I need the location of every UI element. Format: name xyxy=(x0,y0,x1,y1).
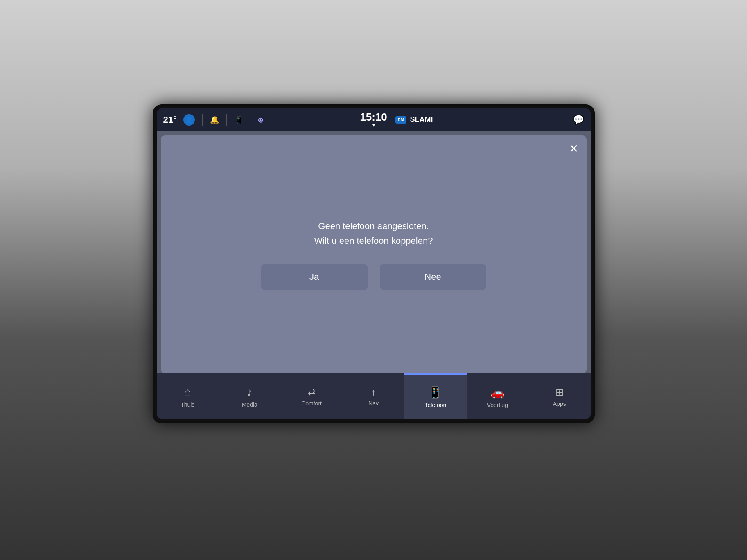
phone-icon[interactable]: 📱 xyxy=(234,115,243,124)
status-bar: 21° 👤 🔔 📱 ⊕ 15:10 ▾ FM xyxy=(157,108,591,131)
radio-station: SLAMI xyxy=(410,115,433,124)
gps-icon[interactable]: ⊕ xyxy=(258,115,263,125)
time-arrow: ▾ xyxy=(372,122,375,128)
media-icon: ♪ xyxy=(247,386,253,399)
thuis-label: Thuis xyxy=(181,401,194,408)
divider-3 xyxy=(251,114,251,126)
phone-dialog: ✕ Geen telefoon aangesloten. Wilt u een … xyxy=(161,135,587,373)
nav-icon-arrow: ↑ xyxy=(371,387,376,398)
comfort-label: Comfort xyxy=(301,400,322,407)
status-icons: 👤 🔔 📱 ⊕ xyxy=(183,114,263,126)
nav-item-nav[interactable]: ↑ Nav xyxy=(343,373,404,419)
nav-item-comfort[interactable]: ⇄ Comfort xyxy=(280,373,342,419)
nav-label-text: Nav xyxy=(368,400,379,407)
bottom-nav: ⌂ Thuis ♪ Media ⇄ Comfort ↑ Nav 📱 xyxy=(157,373,591,419)
temperature-display: 21° xyxy=(163,115,177,125)
thuis-icon: ⌂ xyxy=(184,386,191,399)
message-icon[interactable]: 💬 xyxy=(573,115,584,125)
nav-item-voertuig[interactable]: 🚗 Voertuig xyxy=(467,373,528,419)
car-surround: 21° 👤 🔔 📱 ⊕ 15:10 ▾ FM xyxy=(0,0,747,560)
divider-right xyxy=(566,114,566,126)
dialog-buttons: Ja Nee xyxy=(261,264,486,290)
confirm-button[interactable]: Ja xyxy=(261,264,368,290)
voertuig-label: Voertuig xyxy=(487,402,508,408)
status-right-icons: 💬 xyxy=(564,114,584,126)
nav-item-telefoon[interactable]: 📱 Telefoon xyxy=(404,373,466,419)
nav-item-media[interactable]: ♪ Media xyxy=(219,373,280,419)
dialog-message-line1: Geen telefoon aangesloten. xyxy=(314,219,433,233)
user-icon[interactable]: 👤 xyxy=(183,114,195,126)
dialog-message: Geen telefoon aangesloten. Wilt u een te… xyxy=(314,219,433,247)
apps-icon: ⊞ xyxy=(555,387,564,398)
radio-info: FM SLAMI xyxy=(395,115,433,124)
fm-badge: FM xyxy=(395,116,407,124)
voertuig-icon: 🚗 xyxy=(490,386,505,399)
comfort-icon: ⇄ xyxy=(308,387,315,398)
screen-bezel: 21° 👤 🔔 📱 ⊕ 15:10 ▾ FM xyxy=(153,104,595,423)
divider-1 xyxy=(202,114,203,126)
dialog-message-line2: Wilt u een telefoon koppelen? xyxy=(314,234,433,248)
close-button[interactable]: ✕ xyxy=(569,142,578,155)
nav-item-thuis[interactable]: ⌂ Thuis xyxy=(157,373,219,419)
main-content: ✕ Geen telefoon aangesloten. Wilt u een … xyxy=(157,131,591,373)
bell-icon[interactable]: 🔔 xyxy=(210,115,219,124)
screen: 21° 👤 🔔 📱 ⊕ 15:10 ▾ FM xyxy=(157,108,591,419)
nav-item-apps[interactable]: ⊞ Apps xyxy=(528,373,590,419)
telefoon-icon: 📱 xyxy=(428,386,442,399)
telefoon-label: Telefoon xyxy=(424,402,446,408)
apps-label: Apps xyxy=(553,400,566,407)
cancel-button[interactable]: Nee xyxy=(380,264,486,290)
media-label: Media xyxy=(242,401,257,408)
divider-2 xyxy=(226,114,227,126)
time-display: 15:10 ▾ xyxy=(360,112,387,128)
clock: 15:10 xyxy=(360,112,387,122)
